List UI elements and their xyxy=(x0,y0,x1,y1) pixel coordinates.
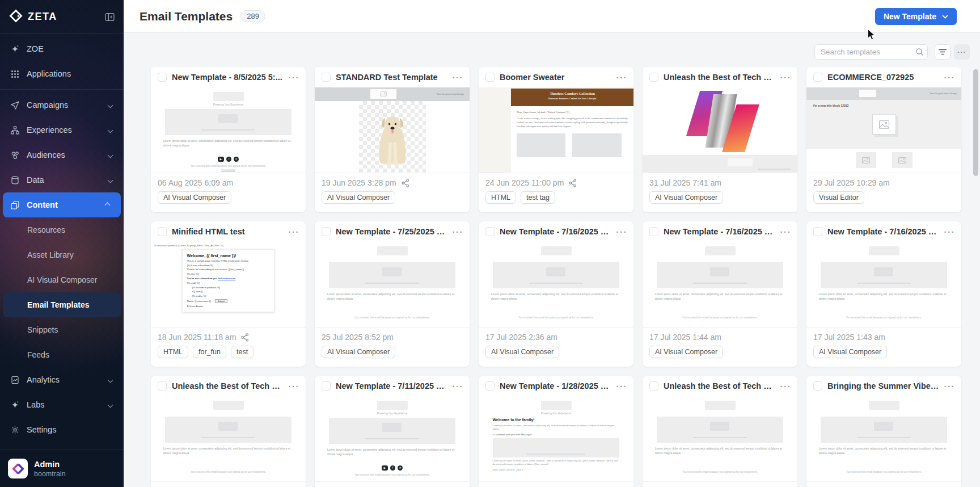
sidebar-collapse-icon[interactable] xyxy=(105,12,115,22)
sidebar-item-experiences[interactable]: Experiences xyxy=(0,117,124,142)
card-menu-button[interactable]: ··· xyxy=(944,227,956,237)
template-card[interactable]: New Template - 7/11/2025 8...··· Powerin… xyxy=(315,376,470,487)
template-card[interactable]: Minified HTML test··· {% resources.produ… xyxy=(151,221,306,367)
card-menu-button[interactable]: ··· xyxy=(289,381,300,391)
card-menu-button[interactable]: ··· xyxy=(780,227,792,237)
user-name: Admin xyxy=(34,460,66,469)
sidebar-item-analytics[interactable]: Analytics xyxy=(0,367,124,392)
template-title: Unleash the Best of Tech This... xyxy=(664,381,775,391)
sidebar-item-labs[interactable]: Labs xyxy=(0,392,124,417)
sidebar-item-zoe[interactable]: ZOE xyxy=(0,36,124,61)
card-menu-button[interactable]: ··· xyxy=(616,381,628,391)
card-menu-button[interactable]: ··· xyxy=(453,381,464,391)
template-card[interactable]: New Template - 7/25/2025 1...··· Lorem i… xyxy=(315,221,470,367)
template-card[interactable]: New Template - 7/16/2025 1...··· Lorem i… xyxy=(643,221,797,367)
template-tag: AI Visual Composer xyxy=(649,346,723,358)
template-card[interactable]: New Template - 7/16/2025 3...··· Lorem i… xyxy=(806,221,961,367)
card-menu-button[interactable]: ··· xyxy=(453,227,464,237)
template-checkbox[interactable] xyxy=(649,227,658,236)
sidebar-subitem-ai-visual-composer[interactable]: AI Visual Composer xyxy=(0,267,124,292)
page-title: Email Templates xyxy=(140,10,233,23)
sidebar-item-label: Experiences xyxy=(27,125,72,135)
sidebar-item-applications[interactable]: Applications xyxy=(0,61,124,86)
template-card[interactable]: New Template - 8/5/2025 5:...··· Powerin… xyxy=(151,67,306,212)
thumb-title: Welcome, {{ first_name }}! xyxy=(187,254,270,258)
thumb-customize-text: <Customize with your own Message> xyxy=(493,433,620,436)
template-checkbox[interactable] xyxy=(322,227,331,236)
youtube-icon: ▶ xyxy=(218,157,224,162)
vertical-scrollbar[interactable] xyxy=(973,69,978,176)
template-checkbox[interactable] xyxy=(485,381,495,391)
sidebar-subitem-label: Resources xyxy=(27,225,65,234)
template-checkbox[interactable] xyxy=(649,73,658,82)
sidebar-item-data[interactable]: Data xyxy=(0,167,124,192)
template-card[interactable]: STANDARD Test Template··· Time for great… xyxy=(315,67,470,212)
template-checkbox[interactable] xyxy=(158,381,167,391)
template-card[interactable]: Unleash the Best of Tech This...··· 31 J… xyxy=(643,67,797,212)
template-title: Unleash the Best of Tech This... xyxy=(172,381,284,391)
sidebar-subitem-label: Asset Library xyxy=(27,250,74,259)
sidebar-item-settings[interactable]: Settings xyxy=(0,417,124,442)
template-card[interactable]: New Template - 1/28/2025 6...··· Powerin… xyxy=(479,376,633,487)
sidebar-item-audiences[interactable]: Audiences xyxy=(0,142,124,167)
card-menu-button[interactable]: ··· xyxy=(944,73,956,82)
template-checkbox[interactable] xyxy=(322,73,331,82)
template-card[interactable]: New Template - 7/16/2025 4...··· Lorem i… xyxy=(479,221,633,367)
card-menu-button[interactable]: ··· xyxy=(616,227,628,237)
thumb-header-band: Timeless Comfort Collection Premium Swea… xyxy=(511,89,633,106)
sidebar-subitem-feeds[interactable]: Feeds xyxy=(0,342,124,367)
sidebar-subitem-asset-library[interactable]: Asset Library xyxy=(0,242,124,267)
card-menu-button[interactable]: ··· xyxy=(616,73,628,82)
template-checkbox[interactable] xyxy=(813,227,822,236)
sidebar-subitem-resources[interactable]: Resources xyxy=(0,217,124,242)
card-menu-button[interactable]: ··· xyxy=(289,227,300,237)
template-checkbox[interactable] xyxy=(485,227,495,236)
more-options-button[interactable]: ··· xyxy=(954,44,970,60)
template-tag: HTML xyxy=(485,191,516,204)
new-template-button[interactable]: New Template xyxy=(875,8,957,25)
facebook-icon: f xyxy=(226,157,231,162)
filter-button[interactable] xyxy=(935,44,951,60)
sidebar-subitem-email-templates[interactable]: Email Templates xyxy=(3,292,121,317)
template-title: New Template - 7/25/2025 1... xyxy=(336,227,447,236)
thumb-subtitle: Premium Sweaters Crafted for Your Lifest… xyxy=(511,97,633,100)
sidebar-item-content[interactable]: Content xyxy=(3,192,121,217)
thumb-caption: Time for great email design xyxy=(437,93,464,95)
template-thumbnail: Lorem ipsum dolor sit amet, consectetur … xyxy=(479,242,633,327)
thumb-footer-text: You received this email because you sign… xyxy=(180,471,276,474)
template-checkbox[interactable] xyxy=(813,381,822,391)
sidebar-item-campaigns[interactable]: Campaigns xyxy=(0,93,124,117)
search-input[interactable] xyxy=(814,44,928,60)
user-profile[interactable]: Admin boomtrain xyxy=(0,450,124,487)
card-menu-button[interactable]: ··· xyxy=(780,381,792,391)
template-card[interactable]: Unleash the Best of Tech This...··· Lore… xyxy=(643,376,797,487)
card-menu-button[interactable]: ··· xyxy=(944,381,956,391)
image-placeholder xyxy=(377,246,408,255)
template-checkbox[interactable] xyxy=(322,381,331,391)
template-checkbox[interactable] xyxy=(158,227,167,236)
sidebar-subitem-snippets[interactable]: Snippets xyxy=(0,317,124,342)
card-menu-button[interactable]: ··· xyxy=(289,73,300,82)
thumb-footer-text: You received this email because you sign… xyxy=(672,471,768,474)
sidebar-item-label: Settings xyxy=(27,425,56,434)
template-grid: New Template - 8/5/2025 5:...··· Powerin… xyxy=(151,67,961,487)
template-thumbnail: Powering Your Experience Welcome to the … xyxy=(479,396,633,481)
search-icon[interactable] xyxy=(915,48,924,58)
template-checkbox[interactable] xyxy=(649,381,658,391)
template-checkbox[interactable] xyxy=(813,73,822,82)
sidebar-item-label: Campaigns xyxy=(27,100,68,110)
thumb-body-text: Lorem ipsum dolor sit amet, consectetur … xyxy=(163,447,293,456)
template-card[interactable]: Boomer Sweater··· Timeless Comfort Colle… xyxy=(479,67,633,212)
template-thumbnail: Time for great email design I'm a new ti… xyxy=(806,87,961,173)
template-date: 06 Aug 2025 6:09 am xyxy=(158,178,233,187)
template-checkbox[interactable] xyxy=(158,73,167,82)
template-title: New Template - 8/5/2025 5:... xyxy=(172,73,284,82)
thumb-body-text: Lorem ipsum dolor sit amet, consectetur … xyxy=(327,292,457,301)
template-checkbox[interactable] xyxy=(485,73,495,82)
template-card[interactable]: Unleash the Best of Tech This...··· Lore… xyxy=(151,376,306,487)
template-date: 19 Jun 2025 3:28 pm xyxy=(322,178,396,187)
template-card[interactable]: Bringing the Summer Vibe to...··· Lorem … xyxy=(806,376,961,487)
template-card[interactable]: ECOMMERCE_072925··· Time for great email… xyxy=(806,67,961,212)
card-menu-button[interactable]: ··· xyxy=(780,73,792,82)
card-menu-button[interactable]: ··· xyxy=(453,73,464,82)
